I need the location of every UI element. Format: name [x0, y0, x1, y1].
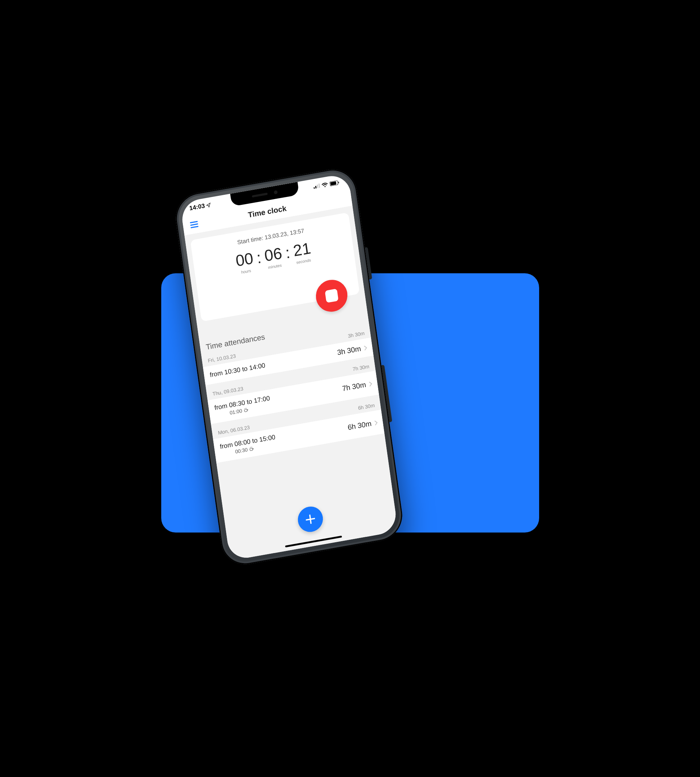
svg-rect-6: [338, 182, 339, 183]
menu-button[interactable]: [187, 218, 201, 231]
attendance-duration: 7h 30m: [342, 381, 367, 393]
page-title: Time clock: [247, 204, 287, 220]
stop-icon: [325, 289, 338, 303]
svg-rect-5: [330, 181, 336, 185]
timer-hours: 00 hours: [234, 249, 255, 275]
home-indicator: [285, 536, 342, 548]
svg-rect-0: [313, 187, 315, 189]
location-icon: [206, 202, 212, 208]
day-total: 7h 30m: [352, 363, 369, 372]
signal-icon: [313, 184, 320, 189]
svg-rect-3: [318, 184, 320, 188]
chevron-right-icon: [368, 381, 372, 387]
screen-content: Start time: 13.03.23, 13:57 00 hours : 0…: [184, 206, 398, 561]
attendance-duration: 6h 30m: [347, 419, 372, 432]
svg-rect-2: [317, 184, 318, 188]
hamburger-icon: [190, 221, 198, 223]
chevron-right-icon: [363, 344, 367, 351]
add-attendance-button[interactable]: [296, 505, 325, 534]
stop-button[interactable]: [314, 277, 350, 314]
marketing-stage: 14:03 Time clock: [140, 187, 561, 590]
timer-seconds: 21 seconds: [292, 239, 312, 265]
coffee-icon: [243, 407, 249, 413]
plus-icon: [303, 512, 317, 526]
day-total: 3h 30m: [347, 330, 365, 339]
chevron-right-icon: [373, 419, 378, 426]
status-time: 14:03: [188, 202, 205, 212]
attendance-range: from 10:30 to 14:00: [209, 362, 266, 379]
timer-minutes: 06 minutes: [263, 244, 283, 270]
day-total: 6h 30m: [357, 402, 375, 411]
wifi-icon: [321, 182, 328, 187]
attendance-duration: 3h 30m: [337, 344, 361, 357]
battery-icon: [329, 180, 339, 186]
coffee-icon: [248, 446, 254, 451]
svg-rect-1: [315, 186, 317, 188]
